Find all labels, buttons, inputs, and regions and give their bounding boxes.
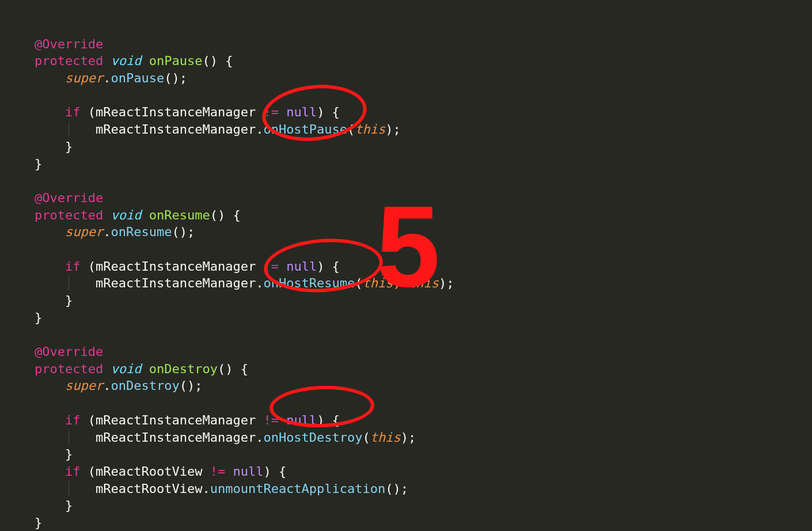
const-null-4: null bbox=[233, 464, 263, 479]
call-onhostresume: onHostResume bbox=[263, 276, 355, 290]
var-mReactInstanceManager-3: mReactInstanceManager bbox=[96, 413, 256, 427]
code-block: @Override protected void onPause() { sup… bbox=[0, 0, 812, 531]
keyword-void-2: void bbox=[111, 208, 141, 222]
call-super-onresume: onResume bbox=[111, 225, 172, 239]
keyword-if-1: if bbox=[65, 105, 81, 119]
method-ondestroy: onDestroy bbox=[149, 362, 218, 376]
keyword-protected-3: protected bbox=[35, 362, 103, 376]
var-mReactInstanceManager-1b: mReactInstanceManager bbox=[96, 122, 256, 136]
op-neq-3: != bbox=[263, 413, 279, 427]
override-annotation-3: @Override bbox=[35, 344, 103, 359]
keyword-void-3: void bbox=[111, 362, 141, 376]
method-onpause: onPause bbox=[149, 54, 203, 68]
var-mReactRootView-2: mReactRootView bbox=[96, 481, 202, 496]
op-neq-4: != bbox=[210, 464, 226, 479]
call-onhostpause: onHostPause bbox=[263, 122, 347, 136]
const-null-3: null bbox=[286, 413, 317, 427]
keyword-super-1: super bbox=[65, 71, 103, 85]
call-super-onpause: onPause bbox=[111, 71, 164, 85]
keyword-this-2b: this bbox=[408, 276, 439, 290]
call-onhostdestroy: onHostDestroy bbox=[263, 430, 362, 445]
var-mReactInstanceManager-3b: mReactInstanceManager bbox=[96, 430, 256, 445]
op-neq-2: != bbox=[263, 259, 279, 274]
keyword-this-3: this bbox=[370, 430, 401, 445]
keyword-void-1: void bbox=[111, 54, 141, 68]
override-annotation-2: @Override bbox=[35, 191, 103, 205]
var-mReactInstanceManager-1: mReactInstanceManager bbox=[96, 105, 256, 119]
keyword-protected-2: protected bbox=[35, 208, 103, 222]
var-mReactInstanceManager-2b: mReactInstanceManager bbox=[96, 276, 256, 290]
call-unmount: unmountReactApplication bbox=[210, 481, 386, 496]
method-onresume: onResume bbox=[149, 208, 210, 222]
keyword-protected-1: protected bbox=[35, 54, 103, 68]
keyword-this-1: this bbox=[355, 122, 385, 136]
override-annotation-1: @Override bbox=[35, 37, 103, 51]
const-null-2: null bbox=[286, 259, 317, 274]
var-mReactInstanceManager-2: mReactInstanceManager bbox=[96, 259, 256, 274]
const-null-1: null bbox=[286, 105, 317, 119]
keyword-super-2: super bbox=[65, 225, 103, 239]
var-mReactRootView: mReactRootView bbox=[96, 464, 202, 479]
keyword-this-2a: this, bbox=[363, 276, 408, 290]
keyword-if-4: if bbox=[65, 464, 81, 479]
call-super-ondestroy: onDestroy bbox=[111, 378, 179, 393]
keyword-if-3: if bbox=[65, 413, 81, 427]
keyword-if-2: if bbox=[65, 259, 81, 274]
keyword-super-3: super bbox=[65, 378, 103, 393]
op-neq-1: != bbox=[263, 105, 279, 119]
